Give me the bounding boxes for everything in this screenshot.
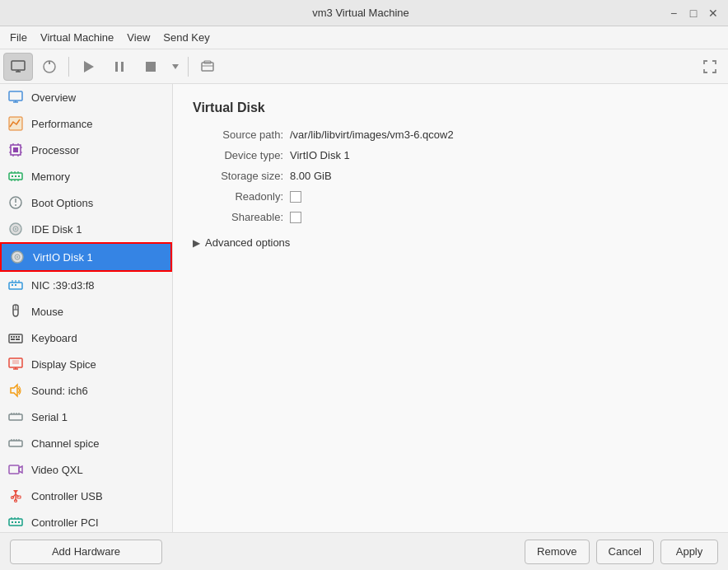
sidebar-item-overview[interactable]: Overview bbox=[0, 84, 172, 110]
advanced-options-toggle[interactable]: ▶ Advanced options bbox=[193, 236, 708, 249]
sidebar-label-controller-usb: Controller USB bbox=[31, 490, 103, 502]
minimize-button[interactable]: − bbox=[665, 5, 682, 21]
svg-point-42 bbox=[15, 228, 16, 230]
sidebar-item-nic[interactable]: NIC :39:d3:f8 bbox=[0, 272, 172, 298]
sidebar-item-video-qxl[interactable]: Video QXL bbox=[0, 456, 172, 483]
apply-button[interactable]: Apply bbox=[660, 540, 718, 564]
stop-button[interactable] bbox=[136, 53, 166, 81]
remove-button[interactable]: Remove bbox=[525, 540, 589, 564]
run-dropdown-button[interactable] bbox=[167, 53, 184, 81]
shareable-label: Shareable: bbox=[193, 211, 283, 223]
svg-rect-87 bbox=[15, 521, 16, 523]
svg-rect-62 bbox=[12, 360, 19, 364]
storage-size-label: Storage size: bbox=[193, 170, 283, 182]
sidebar-label-nic: NIC :39:d3:f8 bbox=[31, 279, 95, 292]
shareable-row: Shareable: bbox=[193, 211, 708, 223]
menu-bar: File Virtual Machine View Send Key bbox=[0, 26, 728, 49]
pause-icon bbox=[111, 58, 128, 75]
menu-view[interactable]: View bbox=[120, 28, 156, 47]
close-button[interactable]: ✕ bbox=[705, 5, 721, 21]
nic-icon bbox=[7, 276, 25, 294]
cancel-button[interactable]: Cancel bbox=[596, 540, 654, 564]
sidebar-item-memory[interactable]: Memory bbox=[0, 163, 172, 189]
sidebar-item-sound-ich6[interactable]: Sound: ich6 bbox=[0, 377, 172, 404]
readonly-label: Readonly: bbox=[193, 190, 283, 203]
svg-rect-7 bbox=[121, 62, 124, 72]
storage-size-row: Storage size: 8.00 GiB bbox=[193, 170, 708, 182]
device-type-value: VirtIO Disk 1 bbox=[290, 149, 350, 161]
svg-rect-58 bbox=[18, 336, 20, 338]
svg-rect-57 bbox=[16, 336, 17, 338]
svg-point-45 bbox=[16, 256, 18, 258]
svg-rect-66 bbox=[9, 414, 22, 420]
performance-icon bbox=[7, 114, 25, 133]
readonly-checkbox[interactable] bbox=[290, 191, 301, 203]
toolbar-sep-2 bbox=[188, 57, 189, 77]
sidebar: Overview Performance bbox=[0, 84, 173, 532]
svg-rect-50 bbox=[12, 284, 13, 286]
sidebar-item-display-spice[interactable]: Display Spice bbox=[0, 351, 172, 377]
svg-rect-29 bbox=[15, 175, 16, 177]
svg-rect-60 bbox=[16, 339, 20, 340]
sidebar-label-serial-1: Serial 1 bbox=[31, 411, 68, 423]
svg-rect-30 bbox=[18, 175, 20, 177]
device-type-row: Device type: VirtIO Disk 1 bbox=[193, 149, 708, 161]
pause-button[interactable] bbox=[105, 53, 134, 81]
sidebar-item-serial-1[interactable]: Serial 1 bbox=[0, 404, 172, 430]
sidebar-item-boot-options[interactable]: Boot Options bbox=[0, 189, 172, 216]
menu-send-key[interactable]: Send Key bbox=[156, 28, 216, 47]
play-button[interactable] bbox=[73, 53, 103, 81]
maximize-button[interactable]: □ bbox=[685, 5, 702, 21]
triangle-icon: ▶ bbox=[193, 237, 200, 249]
processor-icon bbox=[7, 141, 25, 159]
snapshot-button[interactable] bbox=[193, 53, 222, 81]
svg-rect-56 bbox=[13, 336, 15, 338]
sidebar-item-keyboard[interactable]: Keyboard bbox=[0, 325, 172, 351]
bottom-right-buttons: Remove Cancel Apply bbox=[525, 540, 718, 564]
sidebar-item-controller-usb[interactable]: Controller USB bbox=[0, 483, 172, 509]
sidebar-item-mouse[interactable]: Mouse bbox=[0, 298, 172, 325]
memory-icon bbox=[7, 167, 25, 185]
snapshot-icon bbox=[199, 58, 216, 75]
svg-rect-0 bbox=[12, 61, 25, 70]
storage-size-value: 8.00 GiB bbox=[290, 170, 332, 182]
window-controls: − □ ✕ bbox=[665, 5, 721, 21]
svg-rect-8 bbox=[146, 62, 156, 72]
sidebar-item-performance[interactable]: Performance bbox=[0, 110, 172, 137]
sidebar-item-processor[interactable]: Processor bbox=[0, 137, 172, 163]
sidebar-item-controller-pci[interactable]: Controller PCI bbox=[0, 509, 172, 532]
svg-marker-5 bbox=[84, 61, 94, 72]
svg-rect-59 bbox=[11, 339, 15, 340]
svg-rect-76 bbox=[9, 465, 19, 474]
start-button[interactable] bbox=[35, 53, 64, 81]
sidebar-item-channel-spice[interactable]: Channel spice bbox=[0, 430, 172, 456]
readonly-row: Readonly: bbox=[193, 190, 708, 203]
title-bar: vm3 Virtual Machine − □ ✕ bbox=[0, 0, 728, 26]
svg-rect-51 bbox=[15, 284, 16, 286]
virtio-disk-icon bbox=[8, 248, 26, 266]
add-hardware-button[interactable]: Add Hardware bbox=[10, 540, 162, 564]
svg-marker-79 bbox=[13, 490, 18, 493]
usb-icon bbox=[7, 487, 25, 505]
menu-virtual-machine[interactable]: Virtual Machine bbox=[34, 28, 120, 47]
sidebar-label-overview: Overview bbox=[31, 91, 76, 104]
menu-file[interactable]: File bbox=[3, 28, 34, 47]
svg-rect-18 bbox=[13, 147, 18, 152]
device-type-label: Device type: bbox=[193, 149, 283, 161]
svg-rect-55 bbox=[11, 336, 12, 338]
sidebar-item-virtio-disk-1[interactable]: VirtIO Disk 1 bbox=[0, 242, 172, 272]
svg-rect-83 bbox=[17, 496, 21, 498]
sidebar-label-channel-spice: Channel spice bbox=[31, 437, 99, 450]
svg-marker-77 bbox=[19, 466, 22, 473]
serial-icon bbox=[7, 408, 25, 426]
shareable-checkbox[interactable] bbox=[290, 212, 301, 223]
fullscreen-button[interactable] bbox=[695, 53, 725, 81]
display-spice-icon bbox=[7, 355, 25, 373]
play-icon bbox=[80, 58, 96, 75]
sidebar-item-ide-disk-1[interactable]: IDE Disk 1 bbox=[0, 216, 172, 242]
svg-rect-28 bbox=[12, 175, 13, 177]
video-icon bbox=[7, 460, 25, 479]
show-vm-button[interactable] bbox=[3, 53, 33, 81]
svg-rect-88 bbox=[18, 521, 20, 523]
sidebar-label-processor: Processor bbox=[31, 144, 80, 157]
